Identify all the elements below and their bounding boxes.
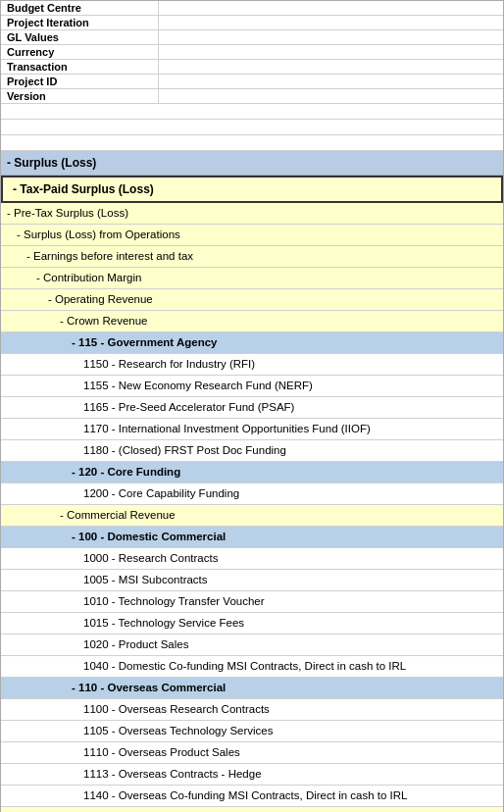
tree-item: 1113 - Overseas Contracts - Hedge bbox=[1, 764, 503, 786]
tree-item: - Operating Revenue bbox=[1, 289, 503, 311]
tree-item: 1165 - Pre-Seed Accelerator Fund (PSAF) bbox=[1, 397, 503, 419]
tree-item-label: 1200 - Core Capability Funding bbox=[83, 487, 239, 499]
tree-item-label: - Pre-Tax Surplus (Loss) bbox=[7, 207, 128, 219]
tree-item-label: 1113 - Overseas Contracts - Hedge bbox=[83, 768, 262, 780]
surplus-loss-row[interactable]: - Surplus (Loss) bbox=[1, 151, 503, 176]
header-value[interactable] bbox=[158, 89, 503, 104]
header-value[interactable] bbox=[158, 1, 503, 16]
tree-item: - Surplus (Loss) from Operations bbox=[1, 225, 503, 246]
header-row: Transaction bbox=[1, 60, 503, 75]
tree-item: 1200 - Core Capability Funding bbox=[1, 483, 503, 505]
header-row: GL Values bbox=[1, 30, 503, 45]
tree-items: - Pre-Tax Surplus (Loss)- Surplus (Loss)… bbox=[1, 203, 503, 812]
header-label: Project ID bbox=[1, 75, 158, 89]
header-row: Budget Centre bbox=[1, 1, 503, 16]
tree-item[interactable]: - 110 - Overseas Commercial bbox=[1, 678, 503, 699]
tree-item-label: - 110 - Overseas Commercial bbox=[72, 682, 226, 693]
tree-item-label: 1040 - Domestic Co-funding MSI Contracts… bbox=[83, 660, 406, 672]
header-table: Budget Centre Project Iteration GL Value… bbox=[1, 1, 503, 104]
app-container: Budget Centre Project Iteration GL Value… bbox=[0, 0, 504, 812]
tree-item-label: 1170 - International Investment Opportun… bbox=[83, 423, 371, 434]
tree-item: - Commercial Revenue bbox=[1, 505, 503, 527]
tree-item-label: 1020 - Product Sales bbox=[83, 638, 188, 650]
tree-item[interactable]: - 120 - Core Funding bbox=[1, 462, 503, 483]
tree-item-label: 1155 - New Economy Research Fund (NERF) bbox=[83, 380, 313, 391]
tree-item-label: - Earnings before interest and tax bbox=[26, 250, 193, 262]
tree-item: 1155 - New Economy Research Fund (NERF) bbox=[1, 376, 503, 397]
tree-item: - Crown Revenue bbox=[1, 311, 503, 332]
tree-item[interactable]: - 115 - Government Agency bbox=[1, 332, 503, 354]
tree-item: 1180 - (Closed) FRST Post Doc Funding bbox=[1, 440, 503, 462]
tree-item-label: 1005 - MSI Subcontracts bbox=[83, 574, 208, 585]
header-label: GL Values bbox=[1, 30, 158, 45]
tree-item[interactable]: - 100 - Domestic Commercial bbox=[1, 527, 503, 548]
header-value[interactable] bbox=[158, 60, 503, 75]
spacer-2 bbox=[1, 120, 503, 135]
header-value[interactable] bbox=[158, 30, 503, 45]
tree-item-label: 1110 - Overseas Product Sales bbox=[83, 746, 240, 758]
tree-item: 1020 - Product Sales bbox=[1, 634, 503, 656]
tree-item: 1005 - MSI Subcontracts bbox=[1, 570, 503, 591]
tree-item-label: - Commercial Revenue bbox=[60, 509, 176, 521]
header-value[interactable] bbox=[158, 45, 503, 60]
header-row: Currency bbox=[1, 45, 503, 60]
header-row: Project Iteration bbox=[1, 16, 503, 30]
header-value[interactable] bbox=[158, 16, 503, 30]
tree-item: 1000 - Research Contracts bbox=[1, 548, 503, 570]
header-label: Currency bbox=[1, 45, 158, 60]
header-row: Version bbox=[1, 89, 503, 104]
tree-item-label: - Contribution Margin bbox=[36, 272, 141, 283]
tree-item-label: 1150 - Research for Industry (RFI) bbox=[83, 358, 255, 370]
tree-item-label: 1000 - Research Contracts bbox=[83, 552, 218, 564]
tree-item-label: 1140 - Overseas Co-funding MSI Contracts… bbox=[83, 789, 407, 801]
tree-item: 1010 - Technology Transfer Voucher bbox=[1, 591, 503, 613]
tree-item: 1040 - Domestic Co-funding MSI Contracts… bbox=[1, 656, 503, 678]
tree-item: 1105 - Overseas Technology Services bbox=[1, 721, 503, 742]
tree-item-label: - Surplus (Loss) from Operations bbox=[17, 228, 180, 240]
tree-item: - Other Revenue bbox=[1, 807, 503, 812]
spacer-1 bbox=[1, 104, 503, 120]
tree-item-label: - Crown Revenue bbox=[60, 315, 147, 327]
tree-item: 1170 - International Investment Opportun… bbox=[1, 419, 503, 440]
spacer-3 bbox=[1, 135, 503, 151]
header-label: Budget Centre bbox=[1, 1, 158, 16]
tree-item-label: 1010 - Technology Transfer Voucher bbox=[83, 595, 265, 607]
header-label: Version bbox=[1, 89, 158, 104]
header-label: Transaction bbox=[1, 60, 158, 75]
tree-item-label: - 115 - Government Agency bbox=[72, 336, 217, 348]
tree-item-label: 1165 - Pre-Seed Accelerator Fund (PSAF) bbox=[83, 401, 294, 413]
tree-item-label: - 120 - Core Funding bbox=[72, 466, 180, 478]
tree-item-label: 1100 - Overseas Research Contracts bbox=[83, 703, 270, 715]
tree-item: - Contribution Margin bbox=[1, 268, 503, 289]
tree-item: - Pre-Tax Surplus (Loss) bbox=[1, 203, 503, 225]
tree-item: 1100 - Overseas Research Contracts bbox=[1, 699, 503, 721]
tree-item: 1110 - Overseas Product Sales bbox=[1, 742, 503, 764]
tree-item-label: 1015 - Technology Service Fees bbox=[83, 617, 244, 629]
header-row: Project ID bbox=[1, 75, 503, 89]
tree-item-label: - Operating Revenue bbox=[48, 293, 153, 305]
header-value[interactable] bbox=[158, 75, 503, 89]
tree-item-label: 1105 - Overseas Technology Services bbox=[83, 725, 273, 736]
tax-paid-row[interactable]: - Tax-Paid Surplus (Loss) bbox=[1, 176, 503, 203]
header-label: Project Iteration bbox=[1, 16, 158, 30]
tree-item: 1150 - Research for Industry (RFI) bbox=[1, 354, 503, 376]
tree-item: 1015 - Technology Service Fees bbox=[1, 613, 503, 634]
tree-item: - Earnings before interest and tax bbox=[1, 246, 503, 268]
tree-item-label: - 100 - Domestic Commercial bbox=[72, 531, 226, 542]
tree-item-label: 1180 - (Closed) FRST Post Doc Funding bbox=[83, 444, 286, 456]
tree-item: 1140 - Overseas Co-funding MSI Contracts… bbox=[1, 786, 503, 807]
